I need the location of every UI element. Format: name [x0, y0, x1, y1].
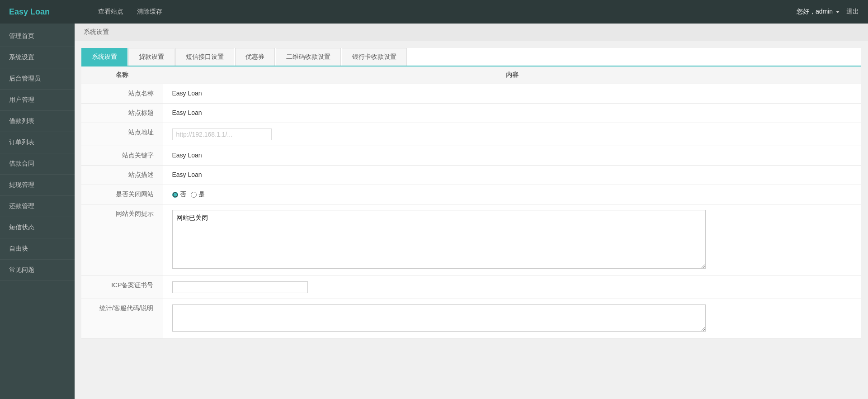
- label-site-desc: 站点描述: [81, 166, 163, 185]
- radio-no[interactable]: [172, 192, 178, 198]
- sidebar-item-loan-contract[interactable]: 借款合同: [0, 153, 75, 175]
- radio-no-label[interactable]: 否: [172, 190, 186, 199]
- label-icp: ICP备案证书号: [81, 276, 163, 299]
- icp-input[interactable]: [172, 281, 308, 293]
- clear-cache-link[interactable]: 清除缓存: [137, 8, 162, 16]
- table-row: 站点关键字 Easy Loan: [81, 146, 861, 166]
- value-site-keywords: Easy Loan: [163, 146, 861, 166]
- sidebar-item-faq[interactable]: 常见问题: [0, 260, 75, 281]
- radio-yes[interactable]: [191, 192, 197, 198]
- value-stat-code: [163, 299, 861, 339]
- value-close-msg: 网站已关闭: [163, 204, 861, 276]
- table-row: 站点标题 Easy Loan: [81, 104, 861, 123]
- close-msg-textarea[interactable]: 网站已关闭: [172, 210, 706, 269]
- sidebar-item-admin-manager[interactable]: 后台管理员: [0, 68, 75, 90]
- settings-table: 名称 内容 站点名称 Easy Loan 站点标题 Easy Loan: [81, 66, 861, 339]
- radio-yes-text: 是: [198, 190, 205, 199]
- value-icp: [163, 276, 861, 299]
- site-closed-radio-group: 否 是: [172, 190, 853, 199]
- sidebar-item-withdraw[interactable]: 提现管理: [0, 175, 75, 196]
- stat-code-textarea[interactable]: [172, 304, 706, 332]
- tab-qrcode[interactable]: 二维码收款设置: [276, 48, 341, 66]
- breadcrumb: 系统设置: [75, 24, 868, 41]
- tab-system-settings[interactable]: 系统设置: [81, 48, 127, 66]
- tab-bankcard[interactable]: 银行卡收款设置: [342, 48, 407, 66]
- label-site-name: 站点名称: [81, 84, 163, 104]
- value-site-desc: Easy Loan: [163, 166, 861, 185]
- table-row: 站点描述 Easy Loan: [81, 166, 861, 185]
- app-logo: Easy Loan: [9, 7, 98, 17]
- user-greeting: 您好，admin: [797, 8, 840, 16]
- top-navigation: Easy Loan 查看站点 清除缓存 您好，admin 退出: [0, 0, 868, 24]
- site-name-value: Easy Loan: [172, 90, 202, 97]
- sidebar: 管理首页 系统设置 后台管理员 用户管理 借款列表 订单列表 借款合同 提现管理…: [0, 24, 75, 399]
- value-site-closed: 否 是: [163, 185, 861, 204]
- main-content: 系统设置 系统设置 贷款设置 短信接口设置 优惠券 二维码收款设置 银行卡收款设…: [75, 24, 868, 399]
- sidebar-item-user-manager[interactable]: 用户管理: [0, 90, 75, 111]
- value-site-title: Easy Loan: [163, 104, 861, 123]
- table-header: 名称 内容: [81, 66, 861, 84]
- sidebar-item-repayment[interactable]: 还款管理: [0, 196, 75, 217]
- user-area: 您好，admin 退出: [797, 8, 859, 16]
- tab-sms-settings[interactable]: 短信接口设置: [175, 48, 234, 66]
- table-row: 网站关闭提示 网站已关闭: [81, 204, 861, 276]
- table-row: 站点地址: [81, 123, 861, 146]
- table-row: 是否关闭网站 否 是: [81, 185, 861, 204]
- header-content: 内容: [163, 66, 861, 84]
- value-site-name: Easy Loan: [163, 84, 861, 104]
- site-keywords-value: Easy Loan: [172, 152, 202, 159]
- site-title-value: Easy Loan: [172, 109, 202, 116]
- site-desc-value: Easy Loan: [172, 171, 202, 178]
- view-site-link[interactable]: 查看站点: [98, 8, 123, 16]
- label-stat-code: 统计/客服代码/说明: [81, 299, 163, 339]
- user-dropdown-icon[interactable]: [836, 11, 840, 13]
- site-url-input[interactable]: [172, 128, 272, 140]
- content-area: 系统设置 贷款设置 短信接口设置 优惠券 二维码收款设置 银行卡收款设置 名称 …: [81, 48, 861, 339]
- nav-links: 查看站点 清除缓存: [98, 8, 797, 16]
- main-layout: 管理首页 系统设置 后台管理员 用户管理 借款列表 订单列表 借款合同 提现管理…: [0, 24, 868, 399]
- table-row: ICP备案证书号: [81, 276, 861, 299]
- sidebar-item-sms[interactable]: 短信状态: [0, 217, 75, 238]
- tab-coupon[interactable]: 优惠券: [235, 48, 275, 66]
- label-site-title: 站点标题: [81, 104, 163, 123]
- label-close-msg: 网站关闭提示: [81, 204, 163, 276]
- sidebar-item-loan-list[interactable]: 借款列表: [0, 111, 75, 132]
- label-site-url: 站点地址: [81, 123, 163, 146]
- sidebar-item-dashboard[interactable]: 管理首页: [0, 26, 75, 47]
- radio-yes-label[interactable]: 是: [191, 190, 205, 199]
- label-site-keywords: 站点关键字: [81, 146, 163, 166]
- label-site-closed: 是否关闭网站: [81, 185, 163, 204]
- table-row: 统计/客服代码/说明: [81, 299, 861, 339]
- tabs: 系统设置 贷款设置 短信接口设置 优惠券 二维码收款设置 银行卡收款设置: [81, 48, 861, 66]
- sidebar-item-order-list[interactable]: 订单列表: [0, 132, 75, 153]
- value-site-url: [163, 123, 861, 146]
- sidebar-item-free-block[interactable]: 自由块: [0, 238, 75, 260]
- table-row: 站点名称 Easy Loan: [81, 84, 861, 104]
- sidebar-item-system-settings[interactable]: 系统设置: [0, 47, 75, 68]
- tab-loan-settings[interactable]: 贷款设置: [128, 48, 175, 66]
- header-name: 名称: [81, 66, 163, 84]
- radio-no-text: 否: [180, 190, 186, 199]
- logout-button[interactable]: 退出: [846, 8, 859, 16]
